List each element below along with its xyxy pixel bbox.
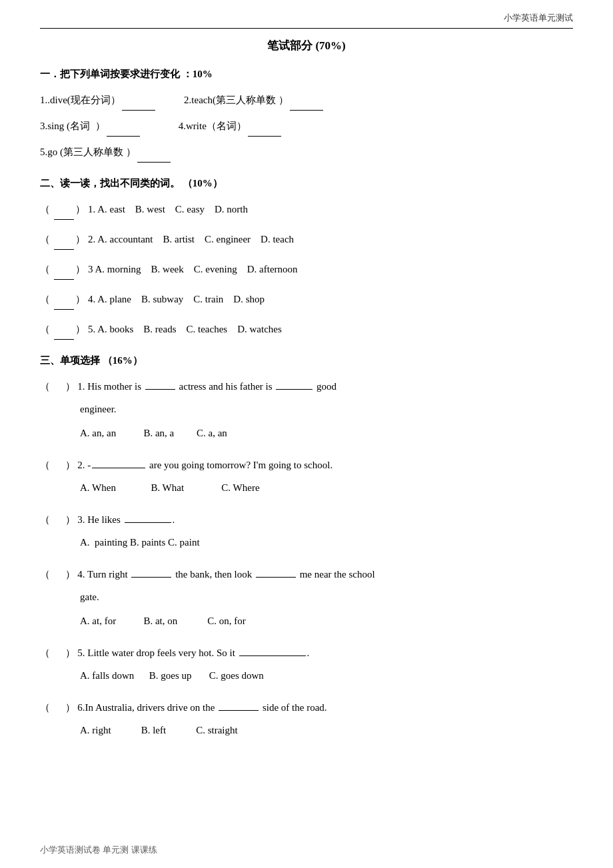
section3-q1-options: A. an, an B. an, a C. a, an [80, 423, 573, 443]
section3-q3: （ ） 3. He likes . A. painting B. paints … [40, 510, 573, 552]
blank-1-1 [122, 90, 155, 111]
blank-3-4a [131, 577, 171, 578]
header-top-right: 小学英语单元测试 [40, 12, 573, 24]
section3-q3-options: A. painting B. paints C. paint [80, 532, 573, 552]
section2-q3: （ ） 3 A. morning B. week C. evening D. a… [40, 259, 573, 280]
section-2: 二、读一读，找出不同类的词。 （10%） （ ） 1. A. east B. w… [40, 177, 573, 340]
section3-q2: （ ） 2. - are you going tomorrow? I'm goi… [40, 455, 573, 498]
blank-2-1 [54, 199, 74, 220]
section3-q4: （ ） 4. Turn right the bank, then look me… [40, 564, 573, 631]
section3-q5-options: A. falls down B. goes up C. goes down [80, 665, 573, 685]
blank-1-5 [137, 142, 171, 163]
section-3: 三、单项选择 （16%） （ ） 1. His mother is actres… [40, 354, 573, 740]
blank-3-2 [92, 468, 145, 468]
section1-q3: 3.sing (名词 ） 4.write（名词） [40, 116, 573, 137]
section3-q1: （ ） 1. His mother is actress and his fat… [40, 376, 573, 443]
section-2-title: 二、读一读，找出不同类的词。 （10%） [40, 177, 573, 190]
section1-q1: 1..dive(现在分词） 2.teach(第三人称单数 ） [40, 90, 573, 111]
section-3-title: 三、单项选择 （16%） [40, 354, 573, 367]
divider [40, 28, 573, 29]
main-title: 笔试部分 (70%) [40, 38, 573, 53]
blank-3-3 [125, 522, 171, 523]
section-1-title: 一．把下列单词按要求进行变化 ：10% [40, 68, 573, 81]
blank-3-5 [239, 655, 306, 656]
section1-q5: 5.go (第三人称单数 ） [40, 142, 573, 163]
blank-2-3 [54, 259, 74, 280]
section2-q2: （ ） 2. A. accountant B. artist C. engine… [40, 229, 573, 250]
blank-1-4 [248, 116, 281, 137]
section3-q2-options: A. When B. What C. Where [80, 478, 573, 498]
blank-2-5 [54, 319, 74, 340]
blank-2-2 [54, 229, 74, 250]
blank-3-1a [145, 389, 175, 390]
section3-q4-options: A. at, for B. at, on C. on, for [80, 611, 573, 631]
section2-q4: （ ） 4. A. plane B. subway C. train D. sh… [40, 289, 573, 310]
blank-3-4b [256, 577, 296, 578]
footer-text: 小学英语测试卷 单元测 课课练 [40, 844, 157, 856]
section2-q5: （ ） 5. A. books B. reads C. teaches D. w… [40, 319, 573, 340]
blank-1-2 [290, 90, 323, 111]
section2-q1: （ ） 1. A. east B. west C. easy D. north [40, 199, 573, 220]
blank-1-3 [107, 116, 140, 137]
blank-3-1b [276, 389, 312, 390]
section3-q5: （ ） 5. Little water drop feels very hot.… [40, 643, 573, 685]
section3-q6-options: A. right B. left C. straight [80, 720, 573, 740]
blank-3-6 [219, 710, 259, 711]
section-1: 一．把下列单词按要求进行变化 ：10% 1..dive(现在分词） 2.teac… [40, 68, 573, 163]
blank-2-4 [54, 289, 74, 310]
section3-q6: （ ） 6.In Australia, drivers drive on the… [40, 697, 573, 740]
